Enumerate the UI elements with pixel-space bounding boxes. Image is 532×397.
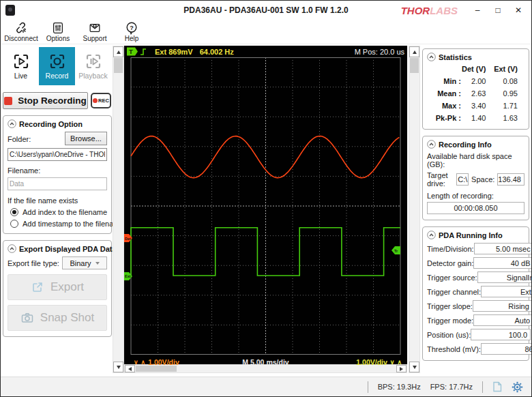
scope-right-scrollbar[interactable] bbox=[409, 46, 420, 373]
live-button[interactable]: Live bbox=[3, 47, 39, 85]
space-value: 136.48 bbox=[497, 173, 524, 186]
settings-gear-icon[interactable] bbox=[512, 381, 523, 393]
export-button[interactable]: Export bbox=[8, 274, 107, 300]
collapse-icon bbox=[427, 231, 436, 239]
row-label-min: Min : bbox=[427, 77, 461, 85]
recording-length-label: Length of recording: bbox=[427, 192, 524, 200]
scope-column: T Ext 869mV 64.002 Hz M Pos: 20.0 us Det… bbox=[124, 44, 409, 377]
row-label-max: Max : bbox=[427, 102, 461, 110]
collapse-icon bbox=[8, 244, 16, 253]
statistics-group: Statistics Det (V) Ext (V) Min : 2.00 0.… bbox=[422, 48, 529, 130]
add-timestamp-radio[interactable]: Add timestamp to the filename bbox=[10, 220, 107, 228]
add-index-label: Add index to the filename bbox=[23, 208, 107, 216]
export-icon bbox=[31, 280, 44, 294]
recording-option-header[interactable]: Recording Option bbox=[8, 119, 107, 128]
scrollbar-thumb[interactable] bbox=[114, 58, 123, 73]
trigger-source-label: Trigger source: bbox=[427, 274, 477, 282]
rec-label: REC bbox=[98, 98, 109, 104]
scale-up-icon[interactable]: ∧ bbox=[141, 359, 146, 366]
min-det-value: 2.00 bbox=[461, 77, 493, 85]
scale-down-icon[interactable]: ∨ bbox=[134, 359, 138, 366]
logo-labs: LABS bbox=[430, 5, 458, 16]
filename-exists-label: If the file name exists bbox=[8, 196, 107, 205]
main-area: Live Record bbox=[1, 44, 531, 377]
export-header[interactable]: Export Displayed PDA Data bbox=[8, 244, 107, 253]
title-bar: PDA36AU - PDA36AU-001 SW 1.0 FW 1.2.0 TH… bbox=[1, 1, 531, 20]
threshold-value: 869 bbox=[481, 343, 531, 355]
support-button[interactable]: Support bbox=[78, 21, 111, 42]
col-header-ext: Ext (V) bbox=[493, 65, 525, 73]
left-panel: Live Record bbox=[1, 44, 113, 377]
disconnect-icon bbox=[14, 21, 28, 35]
trigger-source-value: SignalIn bbox=[477, 271, 531, 283]
export-label: Export bbox=[50, 280, 84, 294]
recording-info-header[interactable]: Recording Info bbox=[427, 140, 524, 149]
help-button[interactable]: ? Help bbox=[115, 21, 148, 42]
m-pos-readout: M Pos: 20.0 us bbox=[355, 48, 404, 56]
browse-button[interactable]: Browse... bbox=[65, 132, 107, 145]
max-ext-value: 1.71 bbox=[493, 102, 525, 110]
scope-left-scrollbar[interactable] bbox=[113, 46, 124, 373]
stop-recording-button[interactable]: Stop Recording bbox=[3, 92, 88, 109]
detector-gain-label: Detector gain: bbox=[427, 259, 473, 267]
pda-running-info-header[interactable]: PDA Running Info bbox=[427, 231, 524, 239]
scroll-up-button[interactable] bbox=[409, 46, 419, 57]
recording-info-group: Recording Info Available hard disk space… bbox=[422, 136, 529, 220]
options-label: Options bbox=[46, 35, 70, 42]
options-icon bbox=[51, 21, 65, 35]
triangle-down-icon bbox=[117, 366, 121, 369]
camera-icon bbox=[20, 311, 34, 325]
filename-label: Filename: bbox=[8, 166, 107, 175]
position-label: Position (us): bbox=[427, 331, 471, 339]
oscilloscope-display[interactable]: T Ext 869mV 64.002 Hz M Pos: 20.0 us Det… bbox=[124, 46, 407, 364]
stop-recording-label: Stop Recording bbox=[18, 95, 87, 106]
disconnect-button[interactable]: Disconnect bbox=[5, 21, 38, 42]
disk-space-label: Available hard disk space (GB): bbox=[427, 152, 524, 168]
scope-canvas[interactable]: DetExtTr bbox=[124, 57, 407, 355]
row-label-mean: Mean : bbox=[427, 89, 461, 98]
scope-bottom-bar: ∨ ∧ 1.00V/div M 5.00 ms/div 1.00V/div ∨ … bbox=[124, 357, 407, 367]
close-button[interactable]: ✕ bbox=[508, 5, 529, 15]
maximize-button[interactable]: □ bbox=[488, 5, 508, 15]
export-title: Export Displayed PDA Data bbox=[19, 245, 117, 253]
recording-info-title: Recording Info bbox=[439, 141, 492, 149]
row-label-pkpk: Pk-Pk : bbox=[427, 114, 461, 122]
export-group: Export Displayed PDA Data Export file ty… bbox=[3, 240, 112, 337]
recording-option-title: Recording Option bbox=[19, 120, 83, 128]
collapse-icon bbox=[427, 140, 436, 149]
folder-input[interactable] bbox=[8, 148, 107, 161]
support-label: Support bbox=[83, 35, 106, 42]
statistics-header[interactable]: Statistics bbox=[427, 53, 524, 61]
right-panel: Statistics Det (V) Ext (V) Min : 2.00 0.… bbox=[420, 44, 531, 377]
playback-label: Playback bbox=[78, 72, 108, 80]
scale-up-icon[interactable]: ∧ bbox=[397, 359, 402, 366]
filename-input[interactable] bbox=[8, 177, 107, 190]
scroll-up-button[interactable] bbox=[113, 46, 123, 57]
playback-button[interactable]: Playback bbox=[75, 47, 111, 85]
snapshot-button[interactable]: Snap Shot bbox=[8, 305, 107, 331]
pda-running-info-group: PDA Running Info Time/Division:5.00 msec… bbox=[422, 226, 529, 361]
disconnect-label: Disconnect bbox=[4, 35, 38, 42]
options-button[interactable]: Options bbox=[42, 21, 74, 42]
snapshot-label: Snap Shot bbox=[40, 311, 94, 325]
fps-readout: FPS: 17.7Hz bbox=[430, 383, 473, 391]
log-file-icon[interactable] bbox=[492, 381, 502, 392]
minimize-button[interactable]: – bbox=[467, 5, 488, 15]
trigger-mode-value: Auto bbox=[473, 314, 531, 326]
rec-indicator[interactable]: REC bbox=[91, 93, 111, 108]
support-icon bbox=[88, 21, 102, 35]
scroll-down-button[interactable] bbox=[409, 362, 419, 372]
scroll-down-button[interactable] bbox=[113, 362, 123, 372]
add-index-radio[interactable]: Add index to the filename bbox=[10, 208, 107, 216]
file-type-select[interactable]: Binary bbox=[62, 256, 107, 269]
scale-down-icon[interactable]: ∨ bbox=[390, 359, 395, 366]
triangle-up-icon bbox=[117, 50, 121, 54]
trigger-slope-value: Rising bbox=[473, 300, 531, 312]
ext-zero-marker-label: Ext bbox=[125, 274, 131, 278]
scrollbar-thumb[interactable] bbox=[410, 58, 419, 73]
triangle-down-icon bbox=[413, 366, 417, 369]
record-button[interactable]: Record bbox=[39, 47, 75, 85]
trigger-level-label: Tr bbox=[394, 249, 398, 253]
position-value: 100.0 bbox=[471, 329, 531, 340]
file-type-value: Binary bbox=[70, 259, 91, 267]
